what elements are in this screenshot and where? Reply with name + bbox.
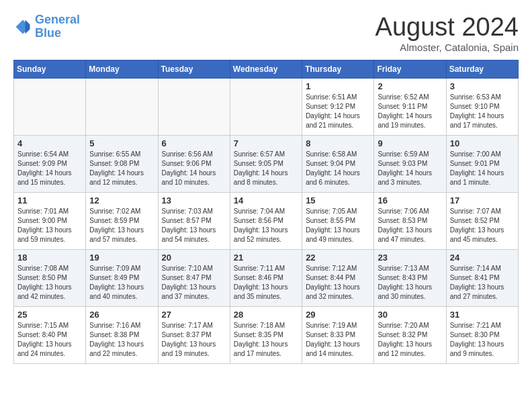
day-info-text: Sunrise: 7:11 AM [234, 264, 298, 273]
day-info-text: and 47 minutes. [378, 235, 442, 244]
day-info-text: and 8 minutes. [234, 178, 298, 187]
day-info-text: and 12 minutes. [89, 178, 154, 187]
day-info-text: Sunset: 8:56 PM [234, 216, 298, 226]
day-number: 5 [89, 138, 154, 148]
calendar-day-cell: 8Sunrise: 6:58 AMSunset: 9:04 PMDaylight… [302, 135, 374, 192]
calendar-day-cell: 18Sunrise: 7:08 AMSunset: 8:50 PMDayligh… [14, 249, 86, 306]
day-info-text: Sunrise: 7:01 AM [17, 207, 82, 216]
logo-icon [13, 17, 32, 36]
weekday-header-row: SundayMondayTuesdayWednesdayThursdayFrid… [14, 60, 519, 78]
calendar-day-cell: 6Sunrise: 6:56 AMSunset: 9:06 PMDaylight… [158, 135, 230, 192]
calendar-week-row: 18Sunrise: 7:08 AMSunset: 8:50 PMDayligh… [14, 249, 519, 306]
day-info-text: and 42 minutes. [17, 292, 82, 302]
day-number: 1 [306, 81, 370, 91]
calendar-day-cell: 2Sunrise: 6:52 AMSunset: 9:11 PMDaylight… [374, 78, 446, 135]
day-info-text: Sunrise: 6:52 AM [378, 93, 442, 102]
calendar-week-row: 1Sunrise: 6:51 AMSunset: 9:12 PMDaylight… [14, 78, 519, 135]
day-number: 2 [378, 81, 442, 91]
weekday-header-cell: Wednesday [230, 60, 302, 78]
day-info-text: Sunset: 9:03 PM [378, 159, 442, 169]
day-info-text: Sunrise: 7:05 AM [306, 207, 370, 216]
day-number: 20 [162, 253, 226, 263]
calendar-day-cell: 9Sunrise: 6:59 AMSunset: 9:03 PMDaylight… [374, 135, 446, 192]
day-info-text: Daylight: 13 hours [234, 226, 298, 235]
calendar-day-cell: 1Sunrise: 6:51 AMSunset: 9:12 PMDaylight… [302, 78, 374, 135]
calendar-day-cell: 23Sunrise: 7:13 AMSunset: 8:43 PMDayligh… [374, 249, 446, 306]
day-info-text: and 24 minutes. [17, 349, 82, 359]
day-info-text: Sunset: 8:35 PM [234, 330, 298, 340]
day-info-text: Daylight: 13 hours [378, 226, 442, 235]
day-info-text: Daylight: 13 hours [450, 283, 515, 292]
day-info-text: and 17 minutes. [450, 121, 515, 130]
day-info-text: and 57 minutes. [89, 235, 154, 244]
calendar-day-cell: 30Sunrise: 7:20 AMSunset: 8:32 PMDayligh… [374, 306, 446, 363]
day-info-text: Daylight: 13 hours [450, 226, 515, 235]
day-info-text: Sunrise: 6:55 AM [89, 150, 154, 159]
day-info-text: Sunrise: 7:02 AM [89, 207, 154, 216]
calendar-day-cell [14, 78, 86, 135]
logo: General Blue [13, 13, 80, 40]
calendar-day-cell: 21Sunrise: 7:11 AMSunset: 8:46 PMDayligh… [230, 249, 302, 306]
day-number: 30 [378, 310, 442, 320]
day-info-text: Daylight: 13 hours [89, 226, 154, 235]
day-info-text: and 27 minutes. [450, 292, 515, 302]
day-info-text: Sunset: 8:53 PM [378, 216, 442, 226]
day-number: 29 [306, 310, 370, 320]
day-info-text: Sunset: 8:47 PM [162, 273, 226, 283]
day-info-text: Sunset: 9:00 PM [17, 216, 82, 226]
day-info-text: Sunset: 9:08 PM [89, 159, 154, 169]
day-info-text: and 30 minutes. [378, 292, 442, 302]
day-info-text: Sunrise: 7:03 AM [162, 207, 226, 216]
day-info-text: Daylight: 14 hours [17, 169, 82, 178]
calendar-day-cell: 15Sunrise: 7:05 AMSunset: 8:55 PMDayligh… [302, 192, 374, 249]
day-info-text: Daylight: 13 hours [17, 283, 82, 292]
day-info-text: Daylight: 13 hours [234, 340, 298, 349]
weekday-header-cell: Monday [86, 60, 158, 78]
day-info-text: Sunset: 9:12 PM [306, 102, 370, 111]
weekday-header-cell: Tuesday [158, 60, 230, 78]
day-info-text: and 19 minutes. [162, 349, 226, 359]
day-info-text: Sunset: 8:59 PM [89, 216, 154, 226]
day-number: 9 [378, 138, 442, 148]
day-info-text: Sunrise: 7:20 AM [378, 321, 442, 330]
calendar-day-cell: 7Sunrise: 6:57 AMSunset: 9:05 PMDaylight… [230, 135, 302, 192]
calendar-day-cell: 4Sunrise: 6:54 AMSunset: 9:09 PMDaylight… [14, 135, 86, 192]
day-info-text: Daylight: 13 hours [89, 340, 154, 349]
day-info-text: and 10 minutes. [162, 178, 226, 187]
day-info-text: Daylight: 13 hours [162, 283, 226, 292]
day-info-text: and 59 minutes. [17, 235, 82, 244]
day-info-text: Sunrise: 7:13 AM [378, 264, 442, 273]
day-info-text: Sunrise: 7:16 AM [89, 321, 154, 330]
day-number: 27 [162, 310, 226, 320]
day-info-text: and 32 minutes. [306, 292, 370, 302]
day-info-text: Daylight: 13 hours [306, 226, 370, 235]
day-info-text: Daylight: 14 hours [162, 169, 226, 178]
day-info-text: Daylight: 14 hours [89, 169, 154, 178]
day-info-text: Sunrise: 7:21 AM [450, 321, 515, 330]
day-info-text: Sunrise: 6:51 AM [306, 93, 370, 102]
day-number: 19 [89, 253, 154, 263]
day-info-text: Sunrise: 7:04 AM [234, 207, 298, 216]
calendar-body: 1Sunrise: 6:51 AMSunset: 9:12 PMDaylight… [14, 78, 519, 363]
day-number: 17 [450, 195, 515, 205]
day-info-text: and 9 minutes. [450, 349, 515, 359]
day-info-text: Sunset: 9:01 PM [450, 159, 515, 169]
day-info-text: Sunrise: 6:54 AM [17, 150, 82, 159]
day-info-text: and 3 minutes. [378, 178, 442, 187]
day-number: 24 [450, 253, 515, 263]
day-number: 7 [234, 138, 298, 148]
day-info-text: Sunrise: 6:58 AM [306, 150, 370, 159]
calendar-day-cell: 29Sunrise: 7:19 AMSunset: 8:33 PMDayligh… [302, 306, 374, 363]
day-number: 12 [89, 195, 154, 205]
day-info-text: Sunset: 8:46 PM [234, 273, 298, 283]
calendar-day-cell [86, 78, 158, 135]
month-year: August 2024 [375, 13, 519, 42]
day-info-text: Daylight: 14 hours [378, 111, 442, 121]
day-info-text: Sunset: 8:52 PM [450, 216, 515, 226]
calendar-week-row: 4Sunrise: 6:54 AMSunset: 9:09 PMDaylight… [14, 135, 519, 192]
day-info-text: Sunset: 8:37 PM [162, 330, 226, 340]
day-info-text: Sunset: 8:57 PM [162, 216, 226, 226]
day-info-text: Sunrise: 7:06 AM [378, 207, 442, 216]
day-info-text: Sunset: 9:06 PM [162, 159, 226, 169]
day-number: 14 [234, 195, 298, 205]
